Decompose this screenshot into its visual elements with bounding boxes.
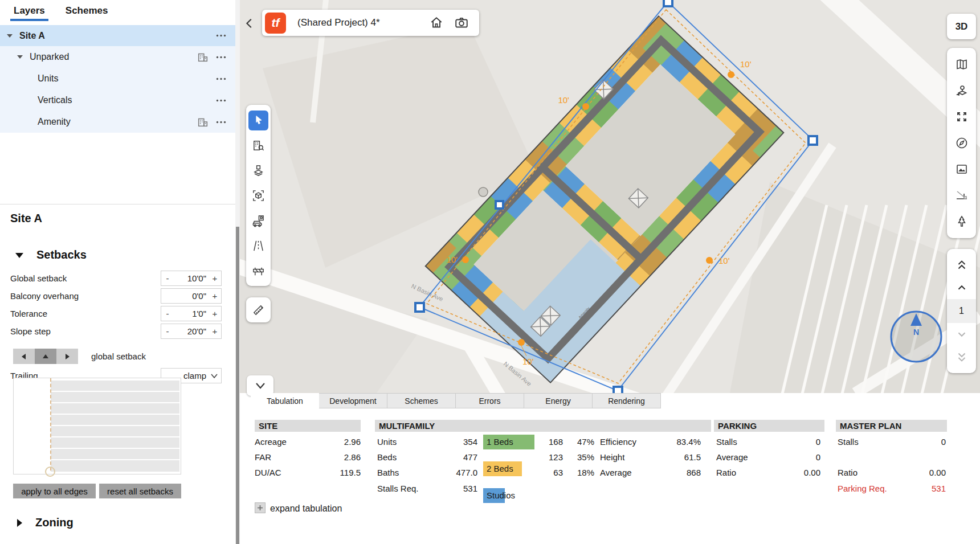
rotate-handle[interactable] <box>479 187 488 197</box>
tree-item-units[interactable]: Units <box>0 68 235 89</box>
item-menu-button[interactable] <box>215 116 227 128</box>
slope-step-stepper: - 20'0" + <box>161 324 222 339</box>
tool-palette <box>246 105 271 286</box>
corner-handle[interactable] <box>415 303 424 312</box>
basemap-button[interactable] <box>947 51 976 77</box>
testfit-logo[interactable]: tf <box>265 13 286 34</box>
compass-rose-icon: N <box>889 310 943 363</box>
stat-value: 61.5 <box>644 452 701 463</box>
project-title[interactable]: (Shared Project) 4* <box>297 17 429 28</box>
item-menu-button[interactable] <box>215 94 227 107</box>
stepper-value[interactable]: 20'0" <box>174 326 209 336</box>
expand-tabulation-button[interactable] <box>255 502 266 513</box>
edge-all-button[interactable] <box>35 349 56 364</box>
floor-band <box>51 381 179 391</box>
tab-development[interactable]: Development <box>319 393 387 408</box>
zoning-section-header[interactable]: Zoning <box>16 516 74 529</box>
level-bottom-button[interactable] <box>947 346 976 369</box>
section-button[interactable] <box>947 182 976 208</box>
back-button[interactable] <box>243 14 260 33</box>
expand-tabulation-label[interactable]: expand tabulation <box>270 503 342 514</box>
trees-button[interactable] <box>947 208 976 235</box>
level-top-button[interactable] <box>947 253 976 276</box>
apply-all-edges-button[interactable]: apply to all edges <box>13 484 96 498</box>
increment-button[interactable]: + <box>209 326 221 336</box>
scrollbar-thumb[interactable] <box>236 227 239 544</box>
svg-text:10': 10' <box>740 59 752 69</box>
edge-next-button[interactable] <box>56 349 78 364</box>
caret-down-icon <box>16 53 24 61</box>
building-tool[interactable] <box>246 133 271 158</box>
geolocate-button[interactable] <box>947 77 976 104</box>
tab-schemes[interactable]: Schemes <box>66 5 108 20</box>
level-down-button[interactable] <box>947 323 976 346</box>
compass-rose[interactable]: N <box>889 310 943 363</box>
tree-item-site-a[interactable]: Site A <box>0 25 235 46</box>
barrier-tool[interactable] <box>246 258 271 283</box>
increment-button[interactable]: + <box>209 309 221 318</box>
select-tool[interactable] <box>246 108 271 133</box>
triangle-left-icon <box>21 353 27 360</box>
setback-row-label: Balcony overhang <box>10 291 79 301</box>
stepper-value[interactable]: 0'0" <box>174 291 209 301</box>
setbacks-section-header[interactable]: Setbacks <box>15 248 87 261</box>
item-menu-button[interactable] <box>215 30 227 42</box>
road-tool[interactable] <box>246 233 271 258</box>
divider <box>0 204 235 204</box>
screenshot-button[interactable] <box>947 156 976 182</box>
parking-tool[interactable] <box>246 208 271 233</box>
setback-row-label: Tolerance <box>10 309 47 318</box>
stepper-value[interactable]: 10'0" <box>174 273 209 283</box>
camera-icon[interactable] <box>454 15 469 30</box>
tab-layers[interactable]: Layers <box>14 5 45 20</box>
tree-label: Verticals <box>38 95 72 105</box>
measure-tool[interactable] <box>246 297 271 322</box>
increment-button[interactable]: + <box>209 291 221 301</box>
massing-tool[interactable] <box>246 158 271 183</box>
reset-setbacks-button[interactable]: reset all setbacks <box>99 484 181 498</box>
tree-label: Amenity <box>38 117 71 127</box>
decrement-button[interactable]: - <box>161 273 174 283</box>
stat-value: 2.86 <box>304 452 361 463</box>
view-3d-button[interactable]: 3D <box>947 14 976 39</box>
floor-band <box>51 403 179 414</box>
tree-item-verticals[interactable]: Verticals <box>0 89 235 111</box>
setback-profile-chart[interactable] <box>13 378 181 475</box>
tab-errors[interactable]: Errors <box>456 393 524 408</box>
svg-text:10': 10' <box>718 256 730 265</box>
stat-label: Acreage <box>255 436 287 448</box>
sidebar-scrollbar[interactable] <box>235 0 240 544</box>
decrement-button[interactable]: - <box>161 309 174 318</box>
fit-view-button[interactable] <box>947 104 976 130</box>
map-pin-layers-icon <box>955 84 969 97</box>
barrier-icon <box>252 264 265 277</box>
home-icon[interactable] <box>429 15 444 30</box>
box-select-tool[interactable] <box>246 183 271 208</box>
tab-rendering[interactable]: Rendering <box>593 393 661 408</box>
tree-item-amenity[interactable]: Amenity <box>0 111 235 133</box>
edge-prev-button[interactable] <box>13 349 35 364</box>
decrement-button[interactable]: - <box>161 326 174 336</box>
compass-reset-button[interactable] <box>947 130 976 156</box>
chevron-left-icon <box>243 17 256 30</box>
tab-energy[interactable]: Energy <box>524 393 593 408</box>
tab-tabulation[interactable]: Tabulation <box>251 393 319 408</box>
corner-handle[interactable] <box>808 136 817 145</box>
tree-item-unparked[interactable]: Unparked <box>0 46 235 68</box>
master-plan-section-header: MASTER PLAN <box>836 420 947 432</box>
stepper-value[interactable]: 1'0" <box>174 309 209 318</box>
level-up-button[interactable] <box>947 276 976 299</box>
expand-icon <box>955 110 969 124</box>
tree-label: Unparked <box>30 52 69 62</box>
tab-schemes[interactable]: Schemes <box>387 393 456 408</box>
edge-handle[interactable] <box>496 201 503 208</box>
item-menu-button[interactable] <box>215 72 227 85</box>
current-level[interactable]: 1 <box>947 299 976 323</box>
setback-drag-knob[interactable] <box>45 467 55 477</box>
section-cut-icon <box>955 189 969 202</box>
increment-button[interactable]: + <box>209 273 221 283</box>
road-markings-icon <box>252 239 265 252</box>
corner-handle[interactable] <box>664 0 672 6</box>
project-bar: tf (Shared Project) 4* <box>262 10 479 36</box>
item-menu-button[interactable] <box>215 51 227 63</box>
